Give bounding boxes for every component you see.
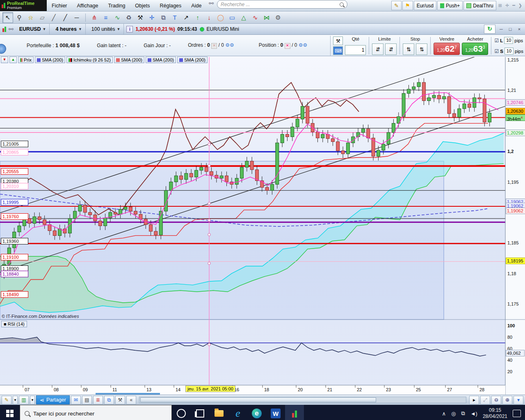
menu-affichage[interactable]: Affichage bbox=[72, 3, 103, 9]
legend-item-1[interactable]: SMA (200) bbox=[35, 57, 65, 63]
rsi-legend-chip[interactable]: ■ RSI (14) bbox=[1, 321, 27, 327]
link-instrument-icon[interactable]: ⚯ bbox=[9, 26, 14, 32]
prorealtime-taskbar-button[interactable] bbox=[285, 405, 304, 420]
zoom-in-icon[interactable]: ⊕ bbox=[502, 396, 512, 404]
fit-zoom-icon[interactable]: ⤢ bbox=[480, 396, 490, 404]
columns-icon[interactable]: ▾ bbox=[514, 396, 523, 404]
zoom-out-icon[interactable]: ⊖ bbox=[491, 396, 501, 404]
limit-buy-order-button[interactable]: ⇵ bbox=[385, 43, 397, 55]
word-button[interactable]: W bbox=[266, 405, 285, 420]
horizontal-scrollbar[interactable] bbox=[139, 397, 466, 403]
trade-settings-button[interactable]: ⚒ bbox=[333, 37, 343, 45]
price-level-label[interactable]: 1,19995 bbox=[1, 199, 28, 205]
orders-icon[interactable]: ≣ bbox=[93, 396, 103, 404]
task-view-button[interactable] bbox=[191, 405, 210, 420]
ellipse-tool-icon[interactable]: ◯ bbox=[215, 12, 226, 23]
segment-tool-icon[interactable]: ╱ bbox=[48, 12, 59, 23]
chart-canvas[interactable]: 070809111314161820212223252728 bbox=[0, 57, 525, 395]
orders-settings-icon[interactable]: ⚙⚙ bbox=[225, 42, 234, 48]
delete-tool-icon[interactable]: ♻ bbox=[123, 12, 134, 23]
window-control-icon[interactable]: ✛ bbox=[504, 3, 510, 8]
position-settings-icon[interactable]: ⚙⚙ bbox=[299, 42, 308, 48]
close-position-icon[interactable]: ✕ bbox=[285, 43, 290, 49]
edge-button[interactable]: e bbox=[247, 405, 266, 420]
menu-aide[interactable]: Aide bbox=[186, 3, 206, 9]
push-button[interactable]: Push+ bbox=[437, 1, 463, 10]
scroll-right-button[interactable]: ▸ bbox=[469, 396, 479, 404]
refresh-button[interactable]: ↻ bbox=[484, 25, 495, 34]
minimize-window-button[interactable]: ─ bbox=[498, 27, 504, 32]
chevron-down-icon[interactable]: ▼ bbox=[13, 396, 18, 404]
meet-now-icon[interactable]: ◎ bbox=[451, 411, 456, 417]
units-dropdown[interactable]: 100 unités▼ bbox=[88, 24, 124, 34]
indicator-settings-tool-icon[interactable]: ⚙ bbox=[273, 12, 283, 23]
scrollbar-thumb[interactable] bbox=[140, 397, 376, 402]
hline-tool-icon[interactable]: ─ bbox=[71, 12, 82, 23]
line-tool-icon[interactable]: ╱ bbox=[60, 12, 71, 23]
rect-tool-icon[interactable]: ▭ bbox=[227, 12, 237, 23]
chart-mode-icon[interactable]: ▥ bbox=[19, 396, 29, 404]
internet-explorer-button[interactable]: e bbox=[228, 405, 247, 420]
copy-tool-icon[interactable]: ⧉ bbox=[158, 12, 169, 23]
window-control-icon[interactable]: ❯ bbox=[517, 3, 523, 8]
link-icon[interactable]: ⚯ bbox=[209, 0, 214, 11]
price-level-label[interactable]: 1,20310 bbox=[1, 183, 28, 189]
platform-settings-icon[interactable]: ⚒ bbox=[115, 396, 125, 404]
cursor-tool-icon[interactable]: ↖ bbox=[2, 12, 13, 23]
price-level-label[interactable]: 1,19100 bbox=[1, 254, 28, 260]
stop-sell-order-button[interactable]: ⇅ bbox=[403, 43, 414, 55]
menu-fichier[interactable]: Fichier bbox=[47, 3, 72, 9]
news-icon[interactable]: ▤ bbox=[82, 396, 92, 404]
short-pips-input[interactable]: 10 bbox=[504, 48, 514, 55]
legend-item-0[interactable]: Prix bbox=[18, 57, 34, 63]
taskbar-search-input[interactable]: Taper ici pour rechercher bbox=[20, 405, 172, 420]
keyboard-button[interactable]: ⌨ bbox=[333, 46, 343, 55]
long-pips-input[interactable]: 10 bbox=[504, 37, 513, 44]
fibonacci-tool-icon[interactable]: ≡ bbox=[100, 12, 111, 23]
arrow-tool-icon[interactable]: ↗ bbox=[181, 12, 192, 23]
arrow-down-tool-icon[interactable]: ↓ bbox=[204, 12, 215, 23]
start-button[interactable] bbox=[0, 405, 20, 420]
volume-icon[interactable]: ◄) bbox=[470, 411, 477, 417]
action-center-icon[interactable] bbox=[513, 410, 521, 417]
symbol-dropdown[interactable]: EURUSD▼ bbox=[16, 24, 50, 34]
eurusd-button[interactable]: Eur/usd bbox=[414, 1, 436, 10]
text-tool-icon[interactable]: T bbox=[169, 12, 180, 23]
price-level-label[interactable]: 1,19360 bbox=[1, 238, 28, 244]
price-level-label[interactable]: 1,21005 bbox=[1, 141, 28, 147]
zigzag-tool-icon[interactable]: ∿ bbox=[112, 12, 123, 23]
chart-type-icon[interactable] bbox=[2, 27, 6, 32]
channel-tool-icon[interactable]: ⋈ bbox=[261, 12, 272, 23]
buy-button[interactable]: 1,20633 bbox=[462, 43, 488, 55]
cancel-orders-icon[interactable]: ✕ bbox=[211, 43, 217, 49]
limit-sell-order-button[interactable]: ⇵ bbox=[372, 43, 383, 55]
window-control-icon[interactable]: ━ bbox=[511, 3, 516, 8]
chat-icon[interactable]: ✉ bbox=[71, 396, 81, 404]
legend-item-2[interactable]: Ichimoku (9 26 52) bbox=[66, 57, 113, 63]
move-tool-icon[interactable]: ✛ bbox=[146, 12, 157, 23]
tools-tool-icon[interactable]: ⚒ bbox=[135, 12, 146, 23]
price-level-label[interactable]: 1,18840 bbox=[1, 271, 28, 277]
menu-objets[interactable]: Objets bbox=[130, 3, 155, 9]
notes-button[interactable]: ✎ bbox=[391, 1, 402, 10]
network-icon[interactable]: ⧉ bbox=[461, 410, 465, 417]
draw-mode-icon[interactable]: ✎ bbox=[2, 396, 11, 404]
legend-item-4[interactable]: SMA (200) bbox=[146, 57, 176, 63]
long-checkbox[interactable]: ☑ bbox=[494, 38, 499, 43]
quantity-input[interactable] bbox=[345, 45, 366, 55]
legend-expand-button[interactable]: ▲ bbox=[9, 57, 17, 63]
flag-button[interactable]: ⚑ bbox=[402, 1, 413, 10]
collapse-icon[interactable]: « bbox=[126, 396, 136, 404]
ruler-tool-icon[interactable]: ▱ bbox=[37, 12, 48, 23]
pitchfork-tool-icon[interactable]: ⋔ bbox=[89, 12, 100, 23]
legend-collapse-button[interactable]: ▼ bbox=[1, 57, 8, 63]
price-chart[interactable]: 070809111314161820212223252728 ▼ ▲ PrixS… bbox=[0, 56, 525, 395]
short-checkbox[interactable]: ☑ bbox=[494, 48, 499, 54]
price-level-label[interactable]: 1,18490 bbox=[1, 291, 28, 298]
info-icon[interactable]: i bbox=[126, 26, 133, 32]
chevron-down-icon[interactable]: ▼ bbox=[30, 396, 35, 404]
menu-réglages[interactable]: Réglages bbox=[155, 3, 186, 9]
window-control-icon[interactable]: ⊞ bbox=[497, 3, 503, 8]
alarm-tool-icon[interactable]: ⍾ bbox=[25, 12, 36, 23]
clock[interactable]: 09:1528/04/2021 bbox=[483, 407, 507, 420]
